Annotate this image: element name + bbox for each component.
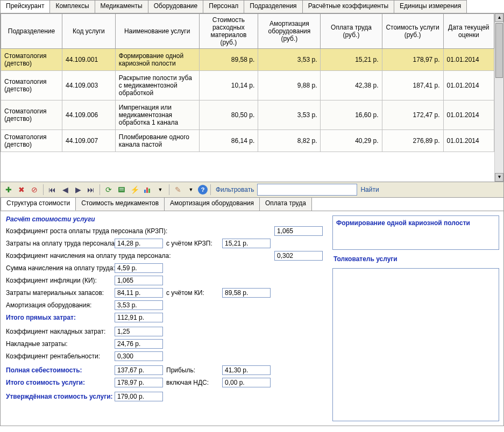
tab-0[interactable]: Прейскурант <box>0 0 50 13</box>
accrual-sum-field[interactable] <box>115 263 163 273</box>
chevron-down-icon[interactable]: ▼ <box>154 184 166 196</box>
cost-structure-form: Расчёт стоимости услуги Коэффициент рост… <box>1 211 328 426</box>
profit-coef-field[interactable] <box>115 351 163 361</box>
scroll-up-icon[interactable]: ▴ <box>495 13 503 22</box>
add-icon[interactable]: ✚ <box>3 184 15 196</box>
separator <box>43 184 44 195</box>
tab-7[interactable]: Единицы измерения <box>394 0 467 13</box>
service-name-box: Формирование одной кариозной полости <box>332 215 499 250</box>
last-icon[interactable]: ⏭ <box>85 184 97 196</box>
approved-label: Утверждённая стоимость услуги: <box>6 393 111 400</box>
chart-icon[interactable] <box>141 184 153 196</box>
subtab-0[interactable]: Структура стоимости <box>1 198 76 211</box>
approved-field[interactable] <box>115 392 163 401</box>
cell: Стоматология (детство) <box>1 130 62 152</box>
labor-krzp-label: с учётом КРЗП: <box>166 240 219 247</box>
cell: 10,14 р. <box>199 71 258 100</box>
mat-cost-label: Затраты материальных запасов: <box>6 289 111 297</box>
price-grid[interactable]: ПодразделениеКод услугиНаименование услу… <box>1 13 494 152</box>
first-icon[interactable]: ⏮ <box>46 184 58 196</box>
export-icon[interactable] <box>116 184 127 196</box>
subtab-3[interactable]: Оплата труда <box>259 198 312 211</box>
next-icon[interactable]: ▶ <box>72 184 84 196</box>
cell: 276,89 р. <box>382 130 443 152</box>
find-link[interactable]: Найти <box>360 186 379 193</box>
labor-krzp-field[interactable] <box>222 239 271 248</box>
detail-right: Формирование одной кариозной полости Тол… <box>328 211 503 426</box>
filter-input[interactable] <box>257 184 357 196</box>
quick-icon[interactable]: ⚡ <box>129 184 140 196</box>
col-header[interactable]: Подразделение <box>1 14 62 49</box>
separator <box>210 184 211 195</box>
help-icon[interactable]: ? <box>198 185 208 195</box>
scroll-thumb[interactable] <box>495 23 503 78</box>
mat-ki-field[interactable] <box>222 288 271 298</box>
chevron-down-icon[interactable]: ▼ <box>185 184 197 196</box>
accrual-coef-field[interactable] <box>274 251 323 261</box>
table-row[interactable]: Стоматология (детство)44.109.003Раскрыти… <box>1 71 494 100</box>
table-row[interactable]: Стоматология (детство)44.109.001Формиров… <box>1 49 494 71</box>
direct-total-label: Итого прямых затрат: <box>6 314 111 321</box>
cell: 44.109.006 <box>62 100 116 130</box>
vat-field[interactable] <box>222 378 271 387</box>
separator <box>100 184 100 195</box>
cell: 44.109.001 <box>62 49 116 71</box>
amort-field[interactable] <box>115 300 163 310</box>
tab-1[interactable]: Комплексы <box>49 0 95 13</box>
col-header[interactable]: Стоимость услуги (руб.) <box>382 14 443 49</box>
profit-label: Прибыль: <box>166 366 219 374</box>
table-row[interactable]: Стоматология (детство)44.109.007Пломбиро… <box>1 130 494 152</box>
krzp-field[interactable] <box>274 226 323 236</box>
main-tabs: ПрейскурантКомплексыМедикаментыОборудова… <box>0 0 504 13</box>
labor-cost-field[interactable] <box>115 239 163 248</box>
labor-cost-label: Затраты на оплату труда персонала: <box>6 240 111 247</box>
refresh-icon[interactable]: ⟳ <box>103 184 115 196</box>
cell: 01.01.2014 <box>443 71 494 100</box>
delete-icon[interactable]: ✖ <box>16 184 27 196</box>
cell: Раскрытие полости зуба с медикаментозной… <box>115 71 199 100</box>
col-header[interactable]: Оплата труда (руб.) <box>321 14 382 49</box>
col-header[interactable]: Амортизация оборудования (руб.) <box>258 14 321 49</box>
interpreter-box[interactable] <box>332 268 499 421</box>
overhead-coef-label: Коэффициент накладных затрат: <box>6 328 111 335</box>
subtab-1[interactable]: Стоимость медикаментов <box>75 198 165 211</box>
cell: 40,29 р. <box>321 130 382 152</box>
col-header[interactable]: Наименование услуги <box>115 14 199 49</box>
cell: 178,97 р. <box>382 49 443 71</box>
tool-icon[interactable]: ✎ <box>172 184 184 196</box>
overhead-field[interactable] <box>115 339 163 349</box>
col-header[interactable]: Стоимость расходных материалов (руб.) <box>199 14 258 49</box>
tab-5[interactable]: Подразделения <box>244 0 302 13</box>
filter-label: Фильтровать <box>216 186 254 193</box>
grid-toolbar: ✚ ✖ ⊘ ⏮ ◀ ▶ ⏭ ⟳ ⚡ ▼ ✎ ▼ ? Фильтровать На… <box>0 182 504 198</box>
svg-rect-4 <box>146 188 148 193</box>
svg-rect-2 <box>119 190 124 190</box>
svg-rect-1 <box>119 188 124 189</box>
total-cost-label: Итого стоимость услуги: <box>6 379 111 386</box>
block-icon[interactable]: ⊘ <box>29 184 40 196</box>
overhead-label: Накладные затраты: <box>6 340 111 348</box>
overhead-coef-field[interactable] <box>115 327 163 336</box>
cell: 16,60 р. <box>321 100 382 130</box>
col-header[interactable]: Код услуги <box>62 14 116 49</box>
inflation-field[interactable] <box>115 276 163 285</box>
total-cost-field[interactable] <box>115 378 163 387</box>
tab-4[interactable]: Персонал <box>203 0 244 13</box>
table-row[interactable]: Стоматология (детство)44.109.006Импрегна… <box>1 100 494 130</box>
prev-icon[interactable]: ◀ <box>59 184 71 196</box>
separator <box>169 184 169 195</box>
mat-cost-field[interactable] <box>115 288 163 298</box>
grid-wrapper: ПодразделениеКод услугиНаименование услу… <box>0 13 504 182</box>
subtab-2[interactable]: Амортизация оборудования <box>164 198 260 211</box>
profit-field[interactable] <box>222 365 271 375</box>
tab-2[interactable]: Медикаменты <box>95 0 148 13</box>
cell: Стоматология (детство) <box>1 49 62 71</box>
cell: 89,58 р. <box>199 49 258 71</box>
tab-6[interactable]: Расчётные коэффициенты <box>302 0 394 13</box>
direct-total-field[interactable] <box>115 313 163 322</box>
scroll-down-icon[interactable]: ▾ <box>495 173 503 182</box>
tab-3[interactable]: Оборудование <box>148 0 204 13</box>
grid-scrollbar[interactable]: ▴ ▾ <box>494 13 503 182</box>
col-header[interactable]: Дата текущей оценки <box>443 14 494 49</box>
full-cost-field[interactable] <box>115 365 163 375</box>
